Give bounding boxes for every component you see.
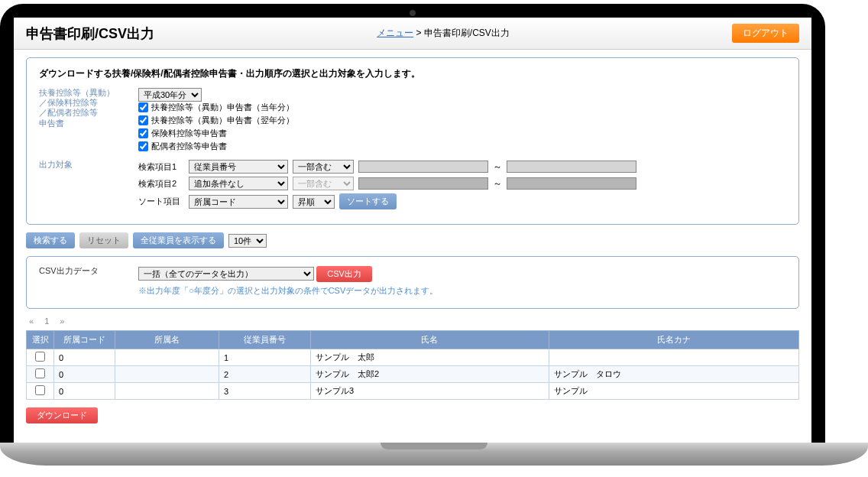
cell-emp: 3	[219, 383, 311, 400]
th-3: 従業員番号	[219, 331, 311, 349]
output-target-label: 出力対象	[39, 160, 138, 213]
reset-button[interactable]: リセット	[79, 232, 128, 248]
row-select-checkbox[interactable]	[35, 385, 45, 395]
sort-button[interactable]: ソートする	[339, 193, 397, 209]
cell-kana	[549, 349, 798, 366]
th-4: 氏名	[311, 331, 549, 349]
download-button[interactable]: ダウンロード	[26, 407, 98, 423]
search-button[interactable]: 検索する	[26, 232, 75, 248]
csv-output-button[interactable]: CSV出力	[316, 266, 372, 282]
th-1: 所属コード	[54, 331, 115, 349]
table-row: 02サンプル 太郎2サンプル タロウ	[27, 366, 799, 383]
sort-field-select[interactable]: 所属コード	[189, 195, 288, 209]
sort-label: ソート項目	[138, 196, 184, 207]
cell-code: 0	[54, 366, 115, 383]
csv-output-label: CSV出力データ	[39, 266, 138, 297]
pager: « 1 »	[29, 316, 796, 326]
row-select-checkbox[interactable]	[35, 368, 45, 378]
breadcrumb: メニュー > 申告書印刷/CSV出力	[377, 27, 510, 40]
pager-prev[interactable]: «	[29, 316, 34, 326]
search2-to-input	[507, 177, 636, 190]
chk-haigusha[interactable]	[138, 141, 148, 151]
cell-shimei: サンプル 太郎	[311, 349, 549, 366]
cell-kana: サンプル	[549, 383, 798, 400]
cell-shimei: サンプル3	[311, 383, 549, 400]
row-select-checkbox[interactable]	[35, 352, 45, 362]
form-type-label: 扶養控除等（異動） ／保険料控除等 ／配偶者控除等 申告書	[39, 88, 138, 154]
logout-button[interactable]: ログアウト	[732, 24, 799, 43]
search1-label: 検索項目1	[138, 161, 184, 173]
cell-name	[115, 366, 219, 383]
results-table: 選択所属コード所属名従業員番号氏名氏名カナ 01サンプル 太郎02サンプル 太郎…	[26, 330, 799, 400]
th-5: 氏名カナ	[549, 331, 798, 349]
chk-fuyo-current[interactable]	[138, 102, 148, 112]
search1-match-select[interactable]: 一部含む	[293, 160, 354, 174]
search2-field-select[interactable]: 追加条件なし	[189, 177, 288, 190]
csv-note: ※出力年度「○年度分」の選択と出力対象の条件でCSVデータが出力されます。	[138, 285, 786, 297]
cell-shimei: サンプル 太郎2	[311, 366, 549, 383]
search1-from-input[interactable]	[358, 161, 488, 173]
search2-match-select: 一部含む	[293, 177, 354, 190]
cell-code: 0	[54, 383, 115, 400]
search1-field-select[interactable]: 従業員番号	[189, 160, 288, 174]
filter-panel: ダウンロードする扶養/保険料/配偶者控除申告書・出力順序の選択と出力対象を入力し…	[26, 57, 799, 225]
search2-label: 検索項目2	[138, 178, 184, 190]
table-row: 03サンプル3サンプル	[27, 383, 799, 400]
instruction-text: ダウンロードする扶養/保険料/配偶者控除申告書・出力順序の選択と出力対象を入力し…	[39, 67, 786, 80]
table-row: 01サンプル 太郎	[27, 349, 799, 366]
pager-next[interactable]: »	[60, 316, 64, 326]
search1-to-input[interactable]	[507, 161, 636, 173]
cell-name	[115, 383, 219, 400]
show-all-button[interactable]: 全従業員を表示する	[133, 232, 224, 248]
page-title: 申告書印刷/CSV出力	[26, 24, 154, 43]
cell-code: 0	[54, 349, 115, 366]
per-page-select[interactable]: 10件	[228, 234, 267, 248]
th-0: 選択	[27, 331, 54, 349]
search2-from-input	[358, 177, 488, 190]
sort-order-select[interactable]: 昇順	[293, 195, 335, 209]
cell-emp: 1	[219, 349, 311, 366]
pager-page: 1	[44, 316, 49, 326]
cell-kana: サンプル タロウ	[549, 366, 798, 383]
csv-data-select[interactable]: 一括（全てのデータを出力）	[138, 267, 314, 281]
year-select[interactable]: 平成30年分	[138, 88, 202, 102]
chk-hoken[interactable]	[138, 128, 148, 138]
csv-panel: CSV出力データ 一括（全てのデータを出力） CSV出力 ※出力年度「○年度分」…	[26, 256, 799, 309]
menu-link[interactable]: メニュー	[377, 28, 413, 38]
chk-fuyo-next[interactable]	[138, 115, 148, 125]
cell-emp: 2	[219, 366, 311, 383]
th-2: 所属名	[115, 331, 219, 349]
cell-name	[115, 349, 219, 366]
